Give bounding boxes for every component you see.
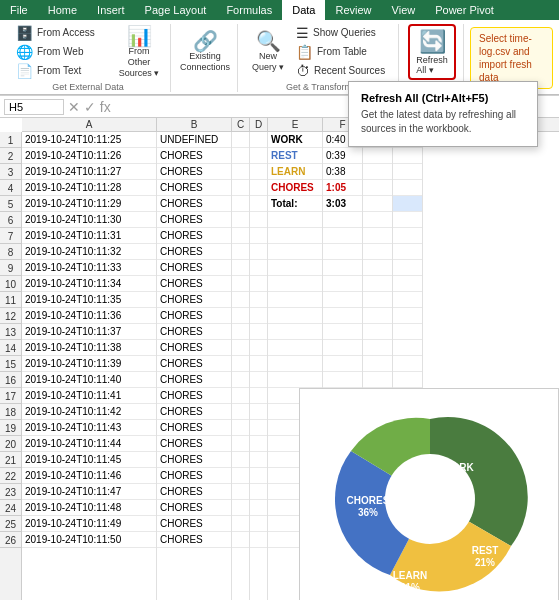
cell-A25[interactable]: 2019-10-24T10:11:49 xyxy=(22,516,156,532)
cell-D26[interactable] xyxy=(250,532,267,548)
cell-D12[interactable] xyxy=(250,308,267,324)
cell-D18[interactable] xyxy=(250,404,267,420)
cell-A17[interactable]: 2019-10-24T10:11:41 xyxy=(22,388,156,404)
cell-C2[interactable] xyxy=(232,148,249,164)
cell-D20[interactable] xyxy=(250,436,267,452)
cell-C12[interactable] xyxy=(232,308,249,324)
cell-C5[interactable] xyxy=(232,196,249,212)
cell-A13[interactable]: 2019-10-24T10:11:37 xyxy=(22,324,156,340)
cell-A6[interactable]: 2019-10-24T10:11:30 xyxy=(22,212,156,228)
cell-B10[interactable]: CHORES xyxy=(157,276,231,292)
cell-D1[interactable] xyxy=(250,132,267,148)
cell-A24[interactable]: 2019-10-24T10:11:48 xyxy=(22,500,156,516)
cell-C9[interactable] xyxy=(232,260,249,276)
cell-H14[interactable] xyxy=(393,340,422,356)
cell-G2[interactable] xyxy=(363,148,392,164)
cell-D23[interactable] xyxy=(250,484,267,500)
cell-A8[interactable]: 2019-10-24T10:11:32 xyxy=(22,244,156,260)
cell-H5[interactable] xyxy=(393,196,422,212)
cell-E9[interactable] xyxy=(268,260,322,276)
cell-G7[interactable] xyxy=(363,228,392,244)
tab-formulas[interactable]: Formulas xyxy=(216,0,282,20)
cell-E5[interactable]: Total: xyxy=(268,196,322,212)
tab-home[interactable]: Home xyxy=(38,0,87,20)
cell-A3[interactable]: 2019-10-24T10:11:27 xyxy=(22,164,156,180)
cell-F2[interactable]: 0:39 xyxy=(323,148,362,164)
cell-F7[interactable] xyxy=(323,228,362,244)
cell-C24[interactable] xyxy=(232,500,249,516)
cell-F6[interactable] xyxy=(323,212,362,228)
cell-D22[interactable] xyxy=(250,468,267,484)
cell-G11[interactable] xyxy=(363,292,392,308)
cell-C15[interactable] xyxy=(232,356,249,372)
cell-H13[interactable] xyxy=(393,324,422,340)
cell-C19[interactable] xyxy=(232,420,249,436)
cell-C22[interactable] xyxy=(232,468,249,484)
cell-F9[interactable] xyxy=(323,260,362,276)
cell-G8[interactable] xyxy=(363,244,392,260)
cell-H12[interactable] xyxy=(393,308,422,324)
cell-B25[interactable]: CHORES xyxy=(157,516,231,532)
cell-C18[interactable] xyxy=(232,404,249,420)
cell-B19[interactable]: CHORES xyxy=(157,420,231,436)
cell-C10[interactable] xyxy=(232,276,249,292)
cell-A22[interactable]: 2019-10-24T10:11:46 xyxy=(22,468,156,484)
cell-B2[interactable]: CHORES xyxy=(157,148,231,164)
from-text-button[interactable]: 📄 From Text xyxy=(12,62,112,80)
tab-page-layout[interactable]: Page Layout xyxy=(135,0,217,20)
cell-C26[interactable] xyxy=(232,532,249,548)
tab-insert[interactable]: Insert xyxy=(87,0,135,20)
cell-A14[interactable]: 2019-10-24T10:11:38 xyxy=(22,340,156,356)
cell-F11[interactable] xyxy=(323,292,362,308)
cell-B16[interactable]: CHORES xyxy=(157,372,231,388)
cell-F10[interactable] xyxy=(323,276,362,292)
cell-A23[interactable]: 2019-10-24T10:11:47 xyxy=(22,484,156,500)
cell-H11[interactable] xyxy=(393,292,422,308)
recent-sources-button[interactable]: ⏱ Recent Sources xyxy=(292,62,392,80)
cell-E8[interactable] xyxy=(268,244,322,260)
cell-D4[interactable] xyxy=(250,180,267,196)
existing-connections-button[interactable]: 🔗 ExistingConnections xyxy=(179,24,231,80)
cell-F8[interactable] xyxy=(323,244,362,260)
cell-A7[interactable]: 2019-10-24T10:11:31 xyxy=(22,228,156,244)
cell-A1[interactable]: 2019-10-24T10:11:25 xyxy=(22,132,156,148)
cell-B12[interactable]: CHORES xyxy=(157,308,231,324)
show-queries-button[interactable]: ☰ Show Queries xyxy=(292,24,392,42)
cell-B17[interactable]: CHORES xyxy=(157,388,231,404)
cell-D11[interactable] xyxy=(250,292,267,308)
cell-E1[interactable]: WORK xyxy=(268,132,322,148)
cell-B14[interactable]: CHORES xyxy=(157,340,231,356)
cell-D7[interactable] xyxy=(250,228,267,244)
from-web-button[interactable]: 🌐 From Web xyxy=(12,43,112,61)
cell-B20[interactable]: CHORES xyxy=(157,436,231,452)
cell-D3[interactable] xyxy=(250,164,267,180)
cell-D13[interactable] xyxy=(250,324,267,340)
cell-E11[interactable] xyxy=(268,292,322,308)
cell-G15[interactable] xyxy=(363,356,392,372)
cell-D25[interactable] xyxy=(250,516,267,532)
cell-B11[interactable]: CHORES xyxy=(157,292,231,308)
cell-E14[interactable] xyxy=(268,340,322,356)
refresh-all-button[interactable]: 🔄 RefreshAll ▾ xyxy=(408,24,456,80)
cell-B15[interactable]: CHORES xyxy=(157,356,231,372)
cell-A10[interactable]: 2019-10-24T10:11:34 xyxy=(22,276,156,292)
cell-E6[interactable] xyxy=(268,212,322,228)
cell-F3[interactable]: 0:38 xyxy=(323,164,362,180)
cell-E13[interactable] xyxy=(268,324,322,340)
cell-F4[interactable]: 1:05 xyxy=(323,180,362,196)
cell-E3[interactable]: LEARN xyxy=(268,164,322,180)
cell-C14[interactable] xyxy=(232,340,249,356)
cell-A11[interactable]: 2019-10-24T10:11:35 xyxy=(22,292,156,308)
cell-B3[interactable]: CHORES xyxy=(157,164,231,180)
cell-A18[interactable]: 2019-10-24T10:11:42 xyxy=(22,404,156,420)
tab-power-pivot[interactable]: Power Pivot xyxy=(425,0,504,20)
cell-H15[interactable] xyxy=(393,356,422,372)
cell-G16[interactable] xyxy=(363,372,392,388)
cell-F12[interactable] xyxy=(323,308,362,324)
cell-C17[interactable] xyxy=(232,388,249,404)
from-access-button[interactable]: 🗄️ From Access xyxy=(12,24,112,42)
cell-E10[interactable] xyxy=(268,276,322,292)
cell-D15[interactable] xyxy=(250,356,267,372)
cell-D17[interactable] xyxy=(250,388,267,404)
cell-F5[interactable]: 3:03 xyxy=(323,196,362,212)
